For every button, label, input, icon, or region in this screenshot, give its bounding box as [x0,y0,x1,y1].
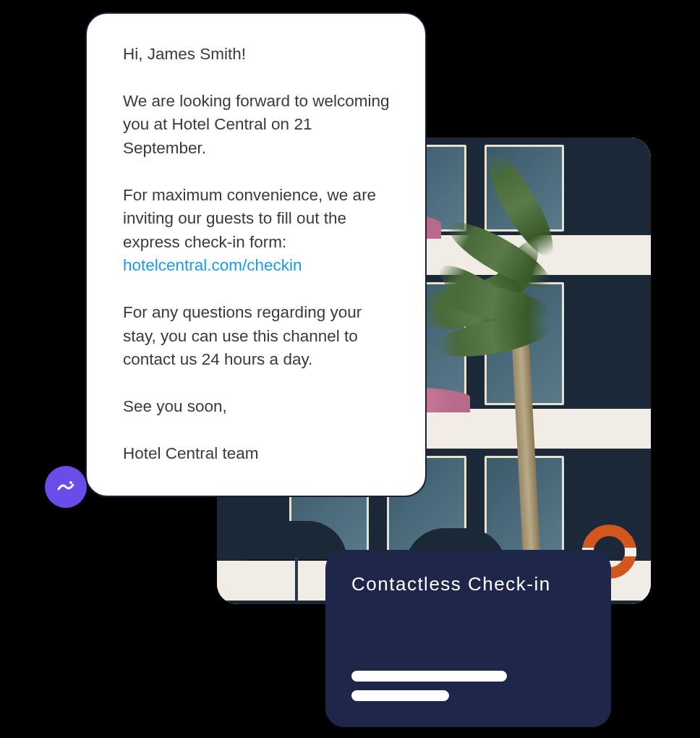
convenience-text: For maximum convenience, we are inviting… [123,186,376,251]
chat-avatar-badge [45,466,87,508]
convenience-paragraph: For maximum convenience, we are inviting… [123,184,393,279]
form-line-placeholder [351,671,507,682]
questions-text: For any questions regarding your stay, y… [123,301,393,372]
greeting-text: Hi, James Smith! [123,43,393,67]
chat-message-body: Hi, James Smith! We are looking forward … [123,43,393,465]
form-line-placeholder [351,690,449,701]
welcome-text: We are looking forward to welcoming you … [123,90,393,161]
chat-message-card: Hi, James Smith! We are looking forward … [85,12,427,497]
checkin-link[interactable]: hotelcentral.com/checkin [123,256,302,274]
svg-point-0 [69,481,72,484]
checkin-card[interactable]: Contactless Check-in [325,550,611,727]
chat-logo-icon [55,476,77,498]
checkin-card-title: Contactless Check-in [351,573,585,595]
closing-text: See you soon, [123,395,393,419]
signature-text: Hotel Central team [123,442,393,466]
checkin-form-placeholder [351,671,507,701]
